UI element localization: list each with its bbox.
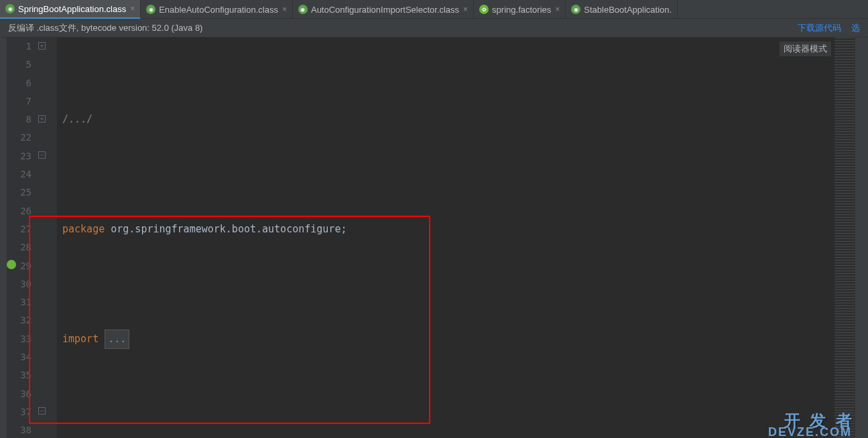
line-num: 22 — [7, 129, 32, 147]
watermark-sub: DEVZE.COM — [768, 425, 852, 438]
java-class-icon: ◉ — [146, 5, 156, 14]
line-num: 33 — [7, 330, 32, 348]
code-comment: /.../ — [62, 111, 92, 129]
keyword: import — [62, 330, 99, 348]
reader-mode-label[interactable]: 阅读器模式 — [780, 42, 831, 56]
line-num: 31 — [7, 293, 32, 311]
editor-area: 1 5 6 7 8 22 23 24 25 26 27 28 29 30 31 … — [0, 38, 868, 438]
fold-icon[interactable]: + — [38, 42, 46, 50]
line-num: 34 — [7, 348, 32, 366]
tab-label: AutoConfigurationImportSelector.class — [311, 5, 459, 15]
tab-enable-autoconfig[interactable]: ◉ EnableAutoConfiguration.class × — [141, 0, 293, 19]
decompile-info: 反编译 .class文件, bytecode version: 52.0 (Ja… — [8, 22, 202, 34]
line-num: 26 — [7, 202, 32, 220]
line-num: 28 — [7, 238, 32, 257]
line-num: 32 — [7, 311, 32, 330]
tab-spring-factories[interactable]: ✿ spring.factories × — [474, 0, 566, 19]
line-num: 37 — [7, 403, 32, 421]
tab-label: EnableAutoConfiguration.class — [159, 5, 278, 15]
tab-autoconfig-selector[interactable]: ◉ AutoConfigurationImportSelector.class … — [293, 0, 474, 19]
close-icon[interactable]: × — [463, 5, 468, 14]
tabs-bar: ◉ SpringBootApplication.class × ◉ Enable… — [0, 0, 868, 19]
line-num: 1 — [7, 38, 32, 56]
select-link[interactable]: 选 — [851, 22, 860, 34]
fold-icon[interactable]: + — [38, 115, 46, 123]
line-num: 6 — [7, 74, 32, 92]
line-num: 35 — [7, 366, 32, 384]
java-class-icon: ◉ — [298, 5, 308, 14]
left-strip — [0, 38, 7, 438]
tab-stable-boot[interactable]: ◉ StableBootApplication. — [566, 0, 678, 19]
line-num: 7 — [7, 92, 32, 111]
tab-label: StableBootApplication. — [584, 5, 672, 15]
java-class-icon: ◉ — [5, 4, 15, 13]
fold-icon[interactable]: − — [38, 151, 46, 159]
minimap-content — [834, 38, 855, 438]
keyword: package — [62, 220, 105, 238]
line-num: 8 — [7, 111, 32, 129]
spring-icon: ✿ — [479, 5, 489, 14]
line-num: 36 — [7, 385, 32, 403]
fold-gutter: + + − − — [37, 38, 57, 438]
code-editor[interactable]: /.../ package org.springframework.boot.a… — [57, 38, 868, 438]
line-num: 24 — [7, 165, 32, 184]
package-name: org.springframework.boot.autoconfigure — [111, 220, 340, 238]
line-num: 30 — [7, 275, 32, 293]
tab-springboot-app[interactable]: ◉ SpringBootApplication.class × — [0, 0, 141, 19]
line-num: 38 — [7, 421, 32, 438]
spring-gutter-icon[interactable] — [7, 260, 16, 269]
line-gutter[interactable]: 1 5 6 7 8 22 23 24 25 26 27 28 29 30 31 … — [7, 38, 37, 438]
folded-imports[interactable]: ... — [105, 330, 129, 349]
java-class-icon: ◉ — [571, 5, 580, 14]
tab-label: spring.factories — [492, 5, 551, 15]
close-icon[interactable]: × — [555, 5, 560, 14]
info-bar: 反编译 .class文件, bytecode version: 52.0 (Ja… — [0, 19, 868, 38]
line-num: 27 — [7, 220, 32, 238]
minimap[interactable] — [834, 38, 855, 438]
close-icon[interactable]: × — [130, 4, 135, 13]
scrollbar[interactable] — [855, 38, 868, 438]
download-source-link[interactable]: 下载源代码 — [798, 22, 841, 34]
close-icon[interactable]: × — [282, 5, 287, 14]
line-num: 23 — [7, 147, 32, 165]
tab-label: SpringBootApplication.class — [18, 4, 126, 14]
line-num: 25 — [7, 184, 32, 202]
line-num: 5 — [7, 56, 32, 74]
fold-icon[interactable]: − — [38, 407, 46, 415]
